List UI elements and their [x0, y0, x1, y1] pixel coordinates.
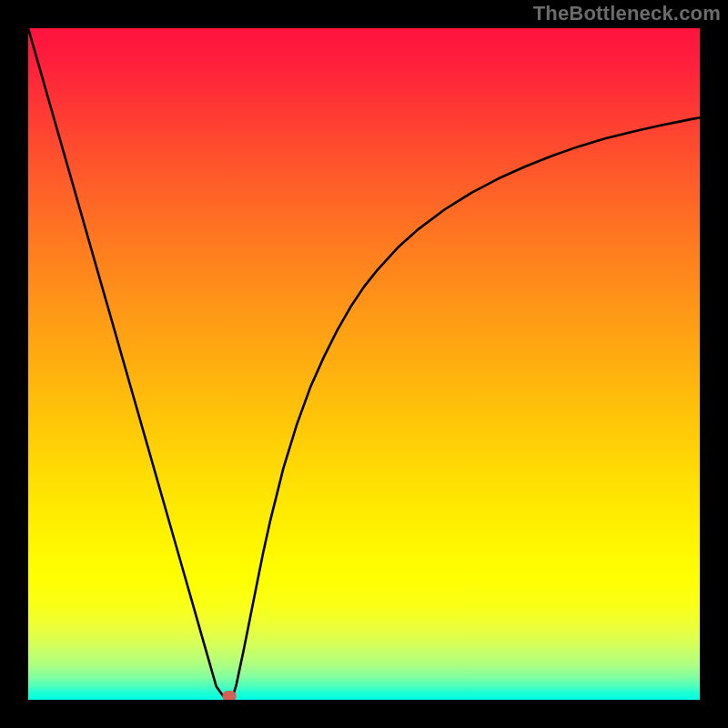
chart-frame: TheBottleneck.com: [0, 0, 728, 728]
plot-area: [28, 28, 700, 700]
bottleneck-curve: [28, 28, 700, 700]
watermark-text: TheBottleneck.com: [533, 2, 721, 25]
optimal-point-marker: [223, 691, 237, 700]
